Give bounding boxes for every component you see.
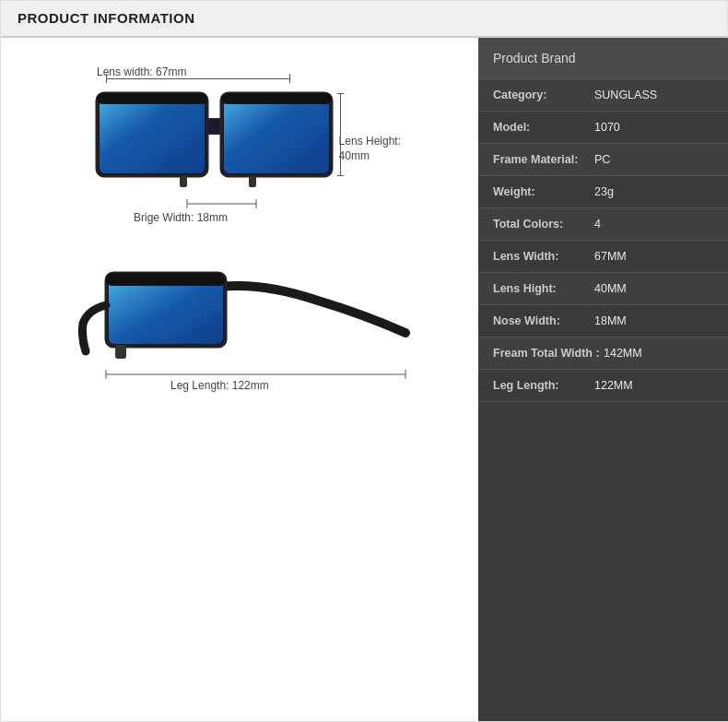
spec-value-total-colors: 4 [594, 218, 601, 231]
svg-rect-7 [180, 176, 187, 187]
svg-rect-13 [109, 276, 223, 344]
spec-row-category: Category: SUNGLASS [478, 79, 728, 112]
page-header: PRODUCT INFORMATION [1, 1, 727, 38]
spec-row-lens-width: Lens Width: 67MM [478, 241, 728, 273]
spec-value-lens-height: 40MM [594, 282, 627, 295]
glasses-side-svg [78, 259, 410, 388]
right-panel: Product Brand Category: SUNGLASS Model: … [478, 38, 728, 721]
page-title: PRODUCT INFORMATION [18, 10, 195, 26]
spec-value-category: SUNGLASS [594, 89, 657, 101]
spec-value-nose-width: 18MM [594, 314, 627, 327]
spec-row-leg-length: Leg Length: 122MM [478, 370, 728, 402]
glasses-front-svg [88, 84, 373, 222]
spec-label-lens-width: Lens Width: [493, 250, 594, 263]
spec-row-frame-material: Frame Material: PC [478, 144, 728, 176]
spec-value-lens-width: 67MM [594, 250, 627, 263]
lens-width-arrow-line [106, 78, 290, 79]
spec-brand-header: Product Brand [478, 38, 728, 79]
spec-label-leg-length: Leg Length: [493, 379, 594, 392]
spec-row-total-colors: Total Colors: 4 [478, 208, 728, 241]
spec-row-lens-height: Lens Hight: 40MM [478, 273, 728, 305]
spec-value-frame-material: PC [594, 153, 610, 166]
spec-label-total-colors: Total Colors: [493, 218, 594, 231]
lens-width-arrow-right-tick [289, 74, 290, 83]
bridge-width-label: Brige Width: 18mm [134, 211, 228, 224]
spec-label-weight: Weight: [493, 185, 594, 198]
spec-value-weight: 23g [594, 185, 614, 198]
svg-rect-3 [224, 96, 329, 173]
spec-value-frame-total-width: 142MM [604, 347, 642, 360]
left-panel: Lens width: 67mm Lens Height:40mm [1, 38, 478, 721]
glasses-side-section: Leg Length: 122mm [78, 259, 410, 407]
svg-rect-5 [97, 93, 207, 104]
svg-rect-4 [207, 119, 221, 134]
svg-rect-15 [115, 345, 126, 359]
spec-row-nose-width: Nose Width: 18MM [478, 305, 728, 337]
spec-value-model: 1070 [594, 121, 620, 134]
spec-label-model: Model: [493, 121, 594, 134]
main-content: Lens width: 67mm Lens Height:40mm [1, 38, 728, 721]
svg-rect-8 [249, 176, 256, 187]
lens-width-label: Lens width: 67mm [97, 65, 186, 78]
spec-row-model: Model: 1070 [478, 112, 728, 144]
svg-rect-1 [100, 96, 205, 173]
spec-row-frame-total-width: Fream Total Width : 142MM [478, 337, 728, 370]
lens-width-arrow-left-tick [106, 74, 107, 83]
svg-rect-14 [106, 273, 226, 286]
spec-row-weight: Weight: 23g [478, 176, 728, 208]
spec-label-frame-material: Frame Material: [493, 153, 594, 166]
glasses-front-section: Lens width: 67mm Lens Height:40mm [78, 65, 410, 222]
leg-length-label: Leg Length: 122mm [170, 379, 269, 392]
spec-value-leg-length: 122MM [594, 379, 633, 392]
svg-rect-6 [221, 93, 332, 104]
spec-label-lens-height: Lens Hight: [493, 282, 594, 295]
spec-label-nose-width: Nose Width: [493, 314, 594, 327]
spec-label-category: Category: [493, 89, 594, 101]
page-wrapper: PRODUCT INFORMATION Lens width: 67mm Len… [0, 0, 728, 722]
spec-label-frame-total-width: Fream Total Width : [493, 347, 604, 360]
